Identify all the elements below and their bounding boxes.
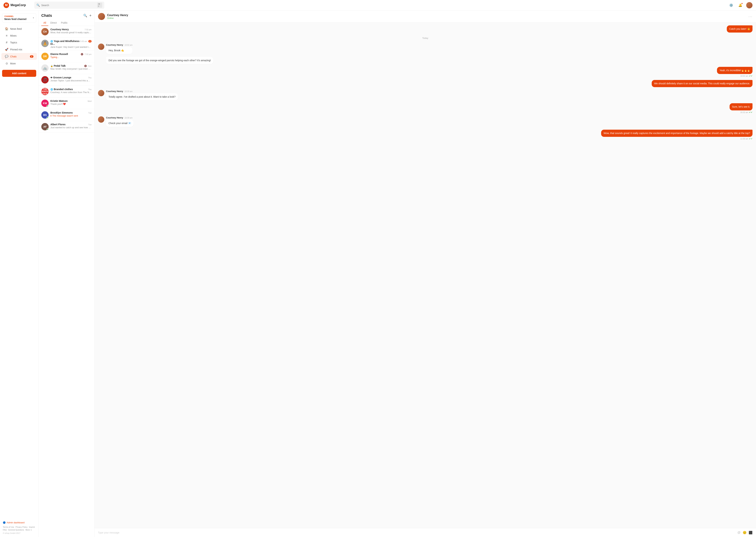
chat-item-pedal-talk[interactable]: 🚲 🔒 Pedal Talk 🔇 Sun Max Smith: Hey ever… [38, 62, 94, 74]
terms-link[interactable]: Terms of Use [3, 526, 14, 528]
message-content: We should definitely share it on our soc… [652, 80, 752, 87]
msg-catchya-group: Catch you later! 👋 [98, 25, 752, 32]
chat-item-dianne-russell[interactable]: DR Dianne Russell 🔇 7:32 pm Typing... [38, 51, 94, 62]
chat-item-preview: Jordan Taylor: I just discovered this am… [50, 79, 92, 82]
sidebar-item-label: Mixes [10, 34, 17, 37]
chat-item-name: Kristin Watson [50, 100, 67, 103]
copyright: © tchop GmbH 2017 [3, 532, 35, 534]
dashboard-icon: 🔵 [3, 521, 6, 524]
privacy-link[interactable]: Privacy Policy [16, 526, 27, 528]
general-questions-link[interactable]: General Questions [8, 529, 24, 531]
sidebar: Channel News feed channel ▾ 🏠 News feed … [0, 11, 38, 537]
tab-public[interactable]: Public [59, 20, 70, 26]
chat-item-name: Courtney Henry [50, 28, 69, 31]
chat-list-panel: Chats 🔍 + All Direct Public CH Courtney … [38, 11, 95, 537]
chat-panel: Courtney Henry Online ··· Catch you late… [95, 11, 756, 537]
sidebar-item-chats[interactable]: 💬 Chats 2 [1, 53, 37, 60]
more-options-button[interactable]: ··· [748, 15, 752, 19]
avatar: CH [41, 28, 49, 35]
message-group-received: Courtney Henry 10:30 am Totally agree. I… [98, 90, 752, 101]
message-input[interactable] [98, 531, 735, 534]
chat-input-icons: @ 🙂 ⬛ [737, 531, 752, 535]
avatar: THENORTHFACE [41, 88, 49, 95]
message-bubble: We should definitely share it on our soc… [652, 80, 752, 87]
footer-more-link[interactable]: More ∨ [25, 529, 32, 531]
message-group-sent: Sure, let's see it. 10:32 am ✔✔ [98, 103, 752, 113]
message-group-received: Courtney Henry 10:02 am Hey, Brook 🤙 [98, 44, 752, 54]
new-chat-icon[interactable]: + [89, 13, 92, 18]
date-divider: Today [98, 37, 752, 39]
avatar: DR [41, 53, 49, 60]
avatar: 🚲 [41, 64, 49, 72]
sidebar-item-label: Pinned mix [10, 48, 22, 51]
sidebar-item-pinned-mix[interactable]: 🚀 Pinned mix [1, 46, 37, 53]
sidebar-item-label: News feed [10, 27, 22, 30]
chat-item-time: Thu [88, 88, 92, 91]
search-chats-icon[interactable]: 🔍 [83, 14, 87, 18]
faq-link[interactable]: FAQ [3, 529, 7, 531]
chat-messages: Catch you later! 👋 Today Courtney Henry … [95, 22, 756, 528]
message-avatar [98, 44, 104, 50]
chat-item-content: Dianne Russell 🔇 7:32 pm Typing... [50, 53, 92, 59]
message-bubble: Catch you later! 👋 [727, 25, 752, 32]
message-status: 10:02 am ✔✔ [740, 75, 752, 77]
channel-selector[interactable]: Channel News feed channel ▾ [2, 13, 36, 22]
read-icon: ✔✔ [749, 111, 752, 113]
sidebar-item-more[interactable]: ⊙ More [1, 60, 37, 67]
chat-item-albert-flores[interactable]: AF Albert Flores Tue Just wanted to catc… [38, 121, 94, 133]
chat-item-time: Tue [88, 124, 92, 126]
avatar: KW [41, 100, 49, 107]
message-time: 10:02 am [125, 44, 133, 46]
chat-item-yoga-mindfulness[interactable]: 🧘 🌐 Yoga and Mindfulness Di... 5:03 am 2… [38, 38, 94, 51]
tab-all[interactable]: All [41, 20, 48, 26]
logo-area: M MegaCorp [4, 2, 31, 8]
chat-item-courtney-henry[interactable]: CH Courtney Henry 7:32 pm Wow, that soun… [38, 26, 94, 38]
more-icon: ⊙ [5, 62, 8, 65]
message-content: Wow, that sounds great! It really captur… [601, 130, 752, 140]
message-avatar [98, 90, 104, 96]
chat-item-branded-clothes[interactable]: THENORTHFACE 🌐 Branded clothes Thu Court… [38, 86, 94, 98]
chat-item-preview: Just wanted to catch up and see how you'… [50, 126, 92, 129]
chat-item-content: 🌐 Yoga and Mindfulness Di... 5:03 am 2 J… [50, 40, 92, 48]
imprint-link[interactable]: Imprint [29, 526, 35, 528]
online-indicator [47, 128, 49, 130]
emoji-icon[interactable]: 🙂 [743, 531, 746, 535]
unread-badge: 2 [88, 40, 92, 43]
admin-dashboard-link[interactable]: 🔵 Admin dashboard [3, 521, 35, 524]
home-icon: 🏠 [5, 27, 8, 30]
chat-item-name: 🔒 Pedal Talk [50, 64, 65, 67]
message-group-sent: We should definitely share it on our soc… [98, 80, 752, 87]
chat-item-brooklyn-simmons[interactable]: BS Brooklyn Simmons Tue ♦ The message wa… [38, 109, 94, 121]
sidebar-item-news-feed[interactable]: 🏠 News feed [1, 25, 37, 32]
chat-item-name: Dianne Russell [50, 53, 68, 56]
chat-item-content: 🔒 Pedal Talk 🔇 Sun Max Smith: Hey everyo… [50, 64, 92, 70]
chat-list-header: Chats 🔍 + [38, 11, 94, 18]
chat-panel-avatar [98, 13, 105, 20]
message-bubble: Hey, Brook 🤙 [106, 47, 133, 54]
search-bar[interactable]: 🔍 ⌘ F [34, 2, 104, 9]
attachment-icon[interactable]: ⬛ [749, 531, 752, 535]
topics-icon: # [5, 41, 8, 44]
tab-direct[interactable]: Direct [48, 20, 59, 26]
settings-icon[interactable]: ⚙️ [728, 2, 734, 8]
chat-item-kristin-watson[interactable]: KW Kristin Watson Wed Thank you!!!❤️ [38, 98, 94, 109]
message-content: Did you see the footage we got of the or… [106, 57, 213, 64]
chevron-down-icon: ▾ [33, 17, 34, 19]
message-group-received: Did you see the footage we got of the or… [98, 57, 752, 64]
user-avatar[interactable] [746, 2, 752, 8]
chat-tabs: All Direct Public [38, 18, 94, 26]
sidebar-item-mixes[interactable]: ≡ Mixes [1, 32, 37, 39]
chat-item-name: Brooklyn Simmons [50, 111, 73, 114]
notifications-icon[interactable]: 🔔 [737, 2, 743, 8]
chat-item-groove-lounge[interactable]: 🎵 👁 Groove Lounge Thu Jordan Taylor: I j… [38, 74, 94, 86]
add-content-button[interactable]: Add content [2, 70, 36, 77]
search-input[interactable] [41, 4, 96, 7]
message-time: 10:30 am [125, 90, 133, 92]
chat-item-time: Tue [88, 112, 92, 114]
channel-name: News feed channel [4, 18, 26, 21]
mention-icon[interactable]: @ [737, 531, 740, 535]
avatar: 🎵 [41, 76, 49, 83]
error-icon: ♦ [50, 114, 52, 117]
sidebar-item-topics[interactable]: # Topics [1, 39, 37, 46]
chat-item-time: 7:32 pm [85, 28, 92, 31]
